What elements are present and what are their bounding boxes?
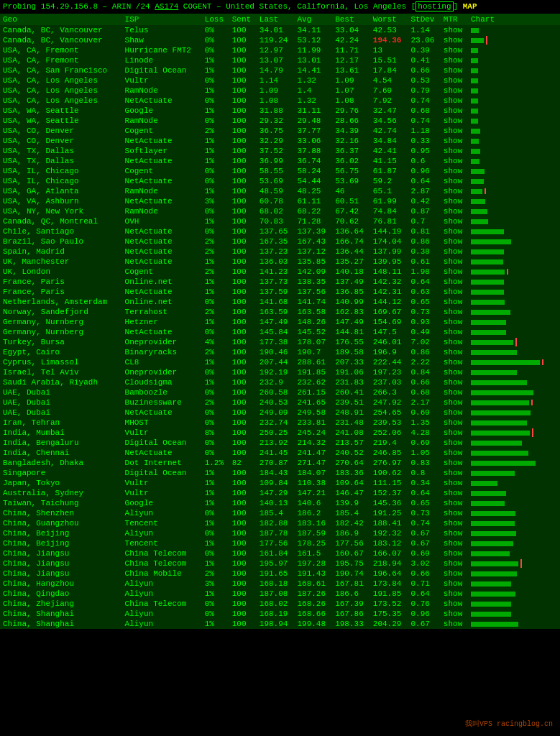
cell-mtr[interactable]: show [441,35,468,45]
cell-mtr[interactable]: show [441,146,468,156]
map-link[interactable]: MAP [463,2,477,11]
cell-isp: Binaryracks [122,347,202,357]
cell-mtr[interactable]: show [441,599,468,609]
cell-mtr[interactable]: show [441,488,468,498]
cell-mtr[interactable]: show [441,367,468,377]
cell-mtr[interactable]: show [441,257,468,267]
table-row: China, BeijingAliyun0%100187.78187.59186… [0,528,560,538]
cell-stdev: 0.66 [408,377,440,387]
cell-mtr[interactable]: show [441,156,468,166]
cell-worst: 144.12 [370,297,408,307]
cell-sent: 100 [229,438,257,448]
cell-avg: 53.12 [294,35,332,45]
cell-mtr[interactable]: show [441,126,468,136]
cell-mtr[interactable]: show [441,327,468,337]
cell-geo: Spain, Madrid [0,247,122,257]
table-row: Germany, NurnbergNetActuate0%100145.8414… [0,327,560,337]
cell-mtr[interactable]: show [441,518,468,528]
cell-mtr[interactable]: show [441,548,468,558]
cell-avg: 147.21 [294,488,332,498]
cell-mtr[interactable]: show [441,75,468,86]
cell-mtr[interactable]: show [441,206,468,216]
cell-best: 146.47 [332,488,370,498]
cell-last: 1.08 [257,96,295,106]
cell-mtr[interactable]: show [441,619,468,629]
cell-chart [468,226,560,236]
cell-isp: Aliyun [122,579,202,589]
cell-loss: 8% [202,428,229,438]
cell-mtr[interactable]: show [441,528,468,538]
cell-mtr[interactable]: show [441,448,468,458]
cell-mtr[interactable]: show [441,397,468,408]
cell-mtr[interactable]: show [441,236,468,247]
cell-mtr[interactable]: show [441,55,468,65]
cell-mtr[interactable]: show [441,377,468,387]
cell-avg: 140.6 [294,498,332,508]
cell-mtr[interactable]: show [441,347,468,357]
cell-mtr[interactable]: show [441,609,468,619]
cell-mtr[interactable]: show [441,418,468,428]
cell-chart [468,186,560,196]
cell-mtr[interactable]: show [441,307,468,317]
cell-geo: Canada, BC, Vancouver [0,25,122,35]
cell-mtr[interactable]: show [441,247,468,257]
cell-stdev: 0.76 [408,599,440,609]
cell-mtr[interactable]: show [441,408,468,418]
cell-worst: 266.3 [370,387,408,397]
cell-mtr[interactable]: show [441,136,468,146]
cell-isp: NetActuate [122,448,202,458]
cell-mtr[interactable]: show [441,226,468,236]
cell-mtr[interactable]: show [441,508,468,518]
cell-mtr[interactable]: show [441,267,468,277]
cell-mtr[interactable]: show [441,25,468,35]
cell-mtr[interactable]: show [441,166,468,176]
cell-mtr[interactable]: show [441,538,468,548]
cell-isp: MHOST [122,418,202,428]
cell-mtr[interactable]: show [441,96,468,106]
as-link[interactable]: AS174 [155,2,178,11]
cell-chart [468,548,560,558]
cell-avg: 168.61 [294,579,332,589]
cell-best: 186.6 [332,589,370,599]
cell-mtr[interactable]: show [441,438,468,448]
cell-mtr[interactable]: show [441,428,468,438]
cell-chart [468,377,560,387]
cell-mtr[interactable]: show [441,458,468,468]
cell-mtr[interactable]: show [441,45,468,55]
cell-mtr[interactable]: show [441,186,468,196]
cell-mtr[interactable]: show [441,387,468,397]
cell-mtr[interactable]: show [441,216,468,226]
cell-last: 241.45 [257,448,295,458]
cell-mtr[interactable]: show [441,196,468,206]
cell-last: 109.84 [257,478,295,488]
cell-mtr[interactable]: show [441,176,468,186]
cell-mtr[interactable]: show [441,106,468,116]
cell-worst: 144.19 [370,226,408,236]
cell-mtr[interactable]: show [441,579,468,589]
cell-mtr[interactable]: show [441,86,468,96]
cell-worst: 218.94 [370,558,408,569]
cell-isp: Shaw [122,35,202,45]
cell-loss: 2% [202,397,229,408]
cell-mtr[interactable]: show [441,589,468,599]
cell-isp: Buzinessware [122,397,202,408]
cell-best: 213.57 [332,438,370,448]
cell-mtr[interactable]: show [441,558,468,569]
cell-mtr[interactable]: show [441,357,468,367]
cell-mtr[interactable]: show [441,277,468,287]
cell-mtr[interactable]: show [441,116,468,126]
cell-mtr[interactable]: show [441,287,468,297]
cell-mtr[interactable]: show [441,317,468,327]
cell-mtr[interactable]: show [441,65,468,75]
cell-mtr[interactable]: show [441,569,468,579]
cell-chart [468,488,560,498]
cell-mtr[interactable]: show [441,468,468,478]
table-row: Germany, NurnbergHetzner1%100147.49148.2… [0,317,560,327]
cell-mtr[interactable]: show [441,297,468,307]
cell-best: 185.4 [332,508,370,518]
cell-best: 260.41 [332,387,370,397]
cell-mtr[interactable]: show [441,337,468,347]
cell-mtr[interactable]: show [441,478,468,488]
cell-best: 60.51 [332,196,370,206]
cell-mtr[interactable]: show [441,498,468,508]
